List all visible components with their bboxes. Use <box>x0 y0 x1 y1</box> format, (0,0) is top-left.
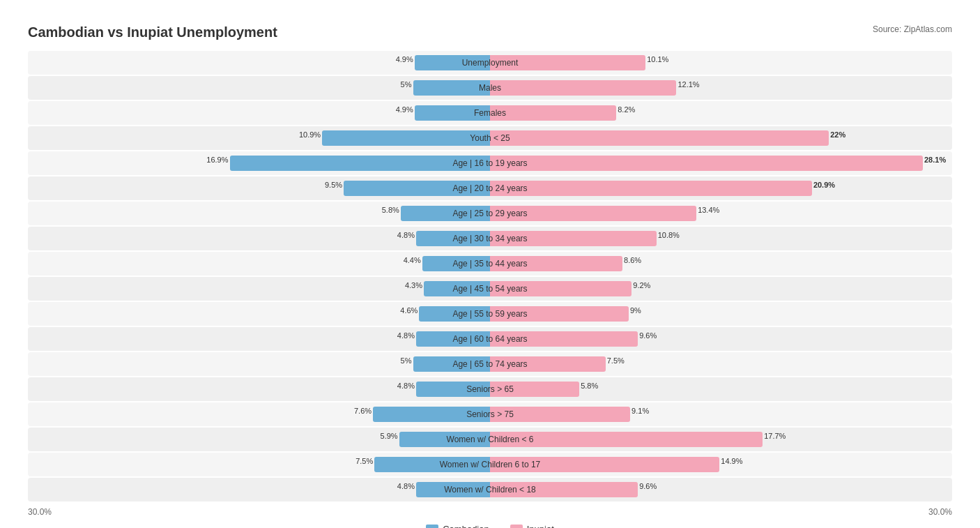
bar-label: Youth < 25 <box>470 133 510 143</box>
left-value-label: 7.6% <box>354 407 372 415</box>
left-value-label: 4.8% <box>397 231 415 239</box>
left-value-label: 10.9% <box>299 130 321 139</box>
left-value-label: 5.9% <box>381 432 398 440</box>
right-value-label: 13.4% <box>698 206 719 214</box>
bar-row: 4.3%9.2%Age | 45 to 54 years <box>28 277 952 301</box>
left-value-label: 4.6% <box>400 306 418 315</box>
bar-label: Age | 16 to 19 years <box>452 158 527 168</box>
cambodian-color-swatch <box>426 525 438 529</box>
right-value-label: 7.5% <box>607 356 625 365</box>
left-value-label: 4.4% <box>404 256 421 264</box>
left-value-label: 4.9% <box>396 55 413 63</box>
left-value-label: 4.8% <box>397 382 415 390</box>
left-value-label: 7.5% <box>355 457 373 465</box>
right-value-label: 12.1% <box>677 80 699 89</box>
bar-label: Males <box>479 83 501 93</box>
left-value-label: 4.8% <box>397 331 415 340</box>
bar-row: 10.9%22%Youth < 25 <box>28 126 952 150</box>
axis-left-label: 30.0% <box>28 507 52 517</box>
left-value-label: 16.9% <box>206 156 228 164</box>
bar-label: Women w/ Children < 18 <box>444 485 536 495</box>
right-value-label: 9% <box>630 306 641 315</box>
bar-row: 5%7.5%Age | 65 to 74 years <box>28 352 952 376</box>
bar-row: 16.9%28.1%Age | 16 to 19 years <box>28 151 952 175</box>
right-value-label: 10.1% <box>647 55 668 63</box>
bar-row: 4.8%9.6%Age | 60 to 64 years <box>28 327 952 351</box>
bar-label: Age | 25 to 29 years <box>452 209 527 218</box>
right-value-label: 10.8% <box>658 231 680 239</box>
left-value-label: 4.3% <box>405 281 422 289</box>
chart-header: Cambodian vs Inupiat Unemployment Source… <box>28 24 952 40</box>
inupiat-label: Inupiat <box>527 524 554 528</box>
right-value-label: 9.1% <box>631 407 649 415</box>
axis-right-label: 30.0% <box>928 507 952 517</box>
right-value-label: 8.2% <box>618 105 635 114</box>
bar-row: 7.6%9.1%Seniors > 75 <box>28 402 952 426</box>
bar-label: Age | 60 to 64 years <box>452 334 527 344</box>
cambodian-label: Cambodian <box>443 524 489 528</box>
right-value-label: 9.6% <box>639 482 657 490</box>
right-value-label: 9.6% <box>639 331 657 340</box>
bar-label: Age | 35 to 44 years <box>452 259 527 269</box>
bar-label: Unemployment <box>462 58 519 68</box>
legend-inupiat: Inupiat <box>510 524 554 528</box>
bar-label: Women w/ Children < 6 <box>447 435 534 444</box>
bar-label: Women w/ Children 6 to 17 <box>440 460 541 469</box>
bar-label: Seniors > 75 <box>466 409 514 419</box>
left-value-label: 4.9% <box>396 105 413 114</box>
axis-labels: 30.0% 30.0% <box>28 507 952 517</box>
bar-row: 5%12.1%Males <box>28 76 952 100</box>
bar-label: Age | 55 to 59 years <box>452 309 527 319</box>
bar-label: Females <box>474 108 506 118</box>
bar-row: 4.6%9%Age | 55 to 59 years <box>28 302 952 326</box>
bar-row: 4.8%9.6%Women w/ Children < 18 <box>28 478 952 501</box>
chart-container: Cambodian vs Inupiat Unemployment Source… <box>14 14 966 528</box>
bar-row: 4.9%10.1%Unemployment <box>28 51 952 75</box>
bar-row: 4.8%5.8%Seniors > 65 <box>28 377 952 401</box>
bar-row: 5.9%17.7%Women w/ Children < 6 <box>28 428 952 451</box>
bar-row: 5.8%13.4%Age | 25 to 29 years <box>28 202 952 225</box>
right-value-label: 17.7% <box>764 432 786 440</box>
chart-source: Source: ZipAtlas.com <box>873 24 952 34</box>
legend-cambodian: Cambodian <box>426 524 489 528</box>
inupiat-color-swatch <box>510 525 523 529</box>
left-value-label: 5.8% <box>382 206 399 214</box>
bar-row: 7.5%14.9%Women w/ Children 6 to 17 <box>28 453 952 476</box>
bar-label: Age | 20 to 24 years <box>452 183 527 193</box>
right-value-label: 14.9% <box>721 457 742 465</box>
bar-label: Age | 65 to 74 years <box>452 359 527 369</box>
bar-row: 4.9%8.2%Females <box>28 101 952 125</box>
left-value-label: 5% <box>401 80 412 89</box>
chart-title: Cambodian vs Inupiat Unemployment <box>28 24 277 40</box>
bar-label: Age | 30 to 34 years <box>452 234 527 243</box>
right-value-label: 20.9% <box>813 181 835 189</box>
bar-label: Age | 45 to 54 years <box>452 284 527 294</box>
right-value-label: 9.2% <box>633 281 650 289</box>
right-value-label: 8.6% <box>624 256 641 264</box>
right-value-label: 5.8% <box>581 382 598 390</box>
bar-row: 4.8%10.8%Age | 30 to 34 years <box>28 227 952 250</box>
left-value-label: 9.5% <box>325 181 342 189</box>
bar-row: 9.5%20.9%Age | 20 to 24 years <box>28 176 952 200</box>
right-value-label: 28.1% <box>924 156 946 164</box>
bar-row: 4.4%8.6%Age | 35 to 44 years <box>28 252 952 276</box>
chart-area: 4.9%10.1%Unemployment5%12.1%Males4.9%8.2… <box>28 51 952 501</box>
left-value-label: 4.8% <box>397 482 415 490</box>
right-value-label: 22% <box>830 130 845 139</box>
bar-label: Seniors > 65 <box>466 384 514 394</box>
legend: Cambodian Inupiat <box>28 524 952 528</box>
left-value-label: 5% <box>401 356 412 365</box>
